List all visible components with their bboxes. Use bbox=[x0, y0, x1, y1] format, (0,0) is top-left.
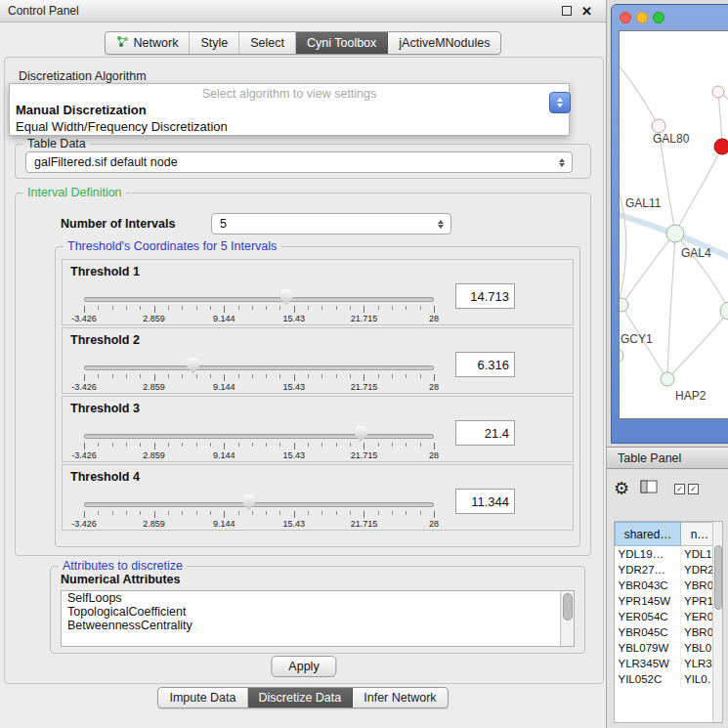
slider-tick-labels: -3.4262.8599.14415.4321.71528 bbox=[84, 382, 434, 392]
table-row[interactable]: YBR043CYBR0… bbox=[616, 578, 719, 593]
threshold-3-slider[interactable]: -3.4262.8599.14415.4321.71528 bbox=[84, 418, 434, 459]
network-node[interactable] bbox=[620, 298, 628, 312]
tab-network[interactable]: Network bbox=[106, 32, 191, 54]
tab-impute-data[interactable]: Impute Data bbox=[158, 688, 247, 707]
threshold-4-slider[interactable]: -3.4262.8599.14415.4321.71528 bbox=[84, 487, 434, 528]
threshold-2-slider[interactable]: -3.4262.8599.14415.4321.71528 bbox=[84, 350, 434, 391]
table-row[interactable]: YDR27…YDR2… bbox=[616, 562, 719, 578]
slider-thumb[interactable] bbox=[242, 494, 255, 510]
list-scrollbar[interactable] bbox=[560, 591, 574, 646]
table-cell[interactable]: YDR27… bbox=[616, 562, 681, 578]
network-canvas[interactable]: GAL80 GAL11 GAL4 GCY1 HAP2 bbox=[619, 30, 728, 419]
table-cell[interactable]: YBL079W bbox=[616, 640, 681, 656]
tab-cyni-toolbox[interactable]: Cyni Toolbox bbox=[296, 32, 388, 54]
table-cell[interactable]: YLR345W bbox=[616, 656, 681, 671]
window-traffic-lights bbox=[620, 12, 664, 23]
table-data-select[interactable]: galFiltered.sif default node bbox=[25, 151, 573, 173]
threshold-4-value-field[interactable]: 11.344 bbox=[455, 489, 515, 514]
top-tab-bar: Network Style Select Cyni Toolbox jActiv… bbox=[0, 31, 606, 55]
network-node[interactable] bbox=[620, 349, 623, 363]
table-row[interactable]: YBR045CYBR0… bbox=[616, 624, 719, 640]
control-panel-window: Control Panel ✕ Net bbox=[0, 0, 607, 728]
table-cell[interactable]: YPR145W bbox=[616, 593, 681, 609]
algorithm-placeholder-option[interactable]: Select algorithm to view settings bbox=[10, 84, 569, 101]
threshold-3-value-field[interactable]: 21.4 bbox=[455, 420, 515, 446]
algorithm-option-manual[interactable]: Manual Discretization bbox=[10, 101, 569, 118]
network-node[interactable] bbox=[652, 119, 665, 133]
column-selector-icon[interactable] bbox=[640, 480, 658, 497]
threshold-2-value-field[interactable]: 6.316 bbox=[455, 352, 515, 377]
slider-thumb[interactable] bbox=[187, 358, 199, 373]
attribute-list-item[interactable]: TopologicalCoefficient bbox=[62, 605, 574, 619]
control-panel-titlebar: Control Panel ✕ bbox=[0, 0, 606, 22]
slider-thumb[interactable] bbox=[280, 289, 293, 305]
algorithm-combo-stepper[interactable] bbox=[549, 92, 571, 113]
table-panel-body: ⚙ ✓ ✓ shared… n… YDL19…YDL bbox=[607, 470, 728, 728]
slider-track bbox=[84, 365, 434, 370]
threshold-label: Threshold 3 bbox=[70, 402, 140, 415]
threshold-1-slider[interactable]: -3.4262.8599.14415.4321.71528 bbox=[84, 281, 434, 322]
table-panel-header: Table Panel bbox=[607, 447, 728, 469]
algorithm-option-equal-width[interactable]: Equal Width/Frequency Discretization bbox=[10, 118, 569, 135]
table-cell[interactable]: YBR043C bbox=[616, 578, 681, 593]
slider-track bbox=[84, 297, 434, 302]
close-traffic-light-icon[interactable] bbox=[620, 12, 631, 23]
attribute-list-item[interactable]: BetweennessCentrality bbox=[62, 619, 574, 632]
table-cell[interactable]: YDL19… bbox=[616, 546, 681, 563]
tab-select[interactable]: Select bbox=[239, 32, 296, 54]
tab-discretize-data[interactable]: Discretize Data bbox=[248, 688, 354, 707]
minimize-traffic-light-icon[interactable] bbox=[636, 12, 648, 23]
network-node[interactable] bbox=[720, 302, 728, 320]
screen: Control Panel ✕ Net bbox=[0, 0, 728, 728]
attribute-list-item[interactable]: SelfLoops bbox=[62, 591, 574, 605]
numerical-attributes-list[interactable]: SelfLoopsTopologicalCoefficientBetweenne… bbox=[61, 590, 575, 647]
threshold-label: Threshold 2 bbox=[70, 333, 140, 347]
tab-jactivemodules[interactable]: jActiveMNodules bbox=[388, 32, 500, 54]
slider-tick-labels: -3.4262.8599.14415.4321.71528 bbox=[84, 314, 434, 323]
apply-button[interactable]: Apply bbox=[271, 656, 336, 677]
network-node[interactable] bbox=[661, 372, 674, 386]
table-row[interactable]: YPR145WYPR1… bbox=[616, 593, 719, 609]
table-scrollbar[interactable] bbox=[712, 522, 722, 722]
float-window-icon[interactable] bbox=[562, 6, 572, 16]
select-all-checkbox-icon[interactable]: ✓ bbox=[674, 484, 685, 494]
table-row[interactable]: YER054CYER0… bbox=[616, 609, 719, 624]
table-panel-title: Table Panel bbox=[618, 451, 681, 465]
slider-thumb[interactable] bbox=[355, 426, 367, 442]
tab-style[interactable]: Style bbox=[190, 32, 239, 54]
slider-ticks bbox=[84, 443, 434, 450]
table-scrollbar-thumb[interactable] bbox=[714, 545, 722, 610]
network-node-selected-red[interactable] bbox=[714, 139, 728, 154]
discretization-algorithm-label: Discretization Algorithm bbox=[19, 69, 147, 83]
threshold-1-value-field[interactable]: 14.713 bbox=[455, 283, 515, 309]
up-arrow-icon bbox=[557, 98, 563, 102]
combo-stepper-icon bbox=[554, 158, 572, 167]
table-row[interactable]: YBL079WYBL0… bbox=[616, 640, 719, 656]
table-header-row: shared… n… bbox=[616, 523, 719, 546]
network-edge bbox=[621, 234, 675, 305]
selection-checkbox-icons: ✓ ✓ bbox=[674, 484, 699, 494]
number-of-intervals-label: Number of Intervals bbox=[61, 217, 175, 231]
slider-ticks bbox=[84, 374, 434, 382]
settings-gear-icon[interactable]: ⚙ bbox=[614, 480, 629, 497]
close-icon[interactable]: ✕ bbox=[581, 5, 592, 18]
network-node[interactable] bbox=[666, 225, 684, 242]
zoom-traffic-light-icon[interactable] bbox=[653, 12, 664, 23]
table-toolbar: ⚙ ✓ ✓ bbox=[614, 480, 699, 497]
network-edge bbox=[675, 147, 722, 234]
table-cell[interactable]: YIL052C bbox=[616, 671, 681, 687]
table-row[interactable]: YDL19…YDL1… bbox=[616, 546, 719, 563]
network-view-window: GAL80 GAL11 GAL4 GCY1 HAP2 bbox=[611, 4, 728, 444]
network-node[interactable] bbox=[712, 86, 724, 98]
slider-ticks bbox=[84, 306, 434, 314]
table-cell[interactable]: YBR045C bbox=[616, 624, 681, 640]
table-cell[interactable]: YER054C bbox=[616, 609, 681, 624]
column-header-shared-name[interactable]: shared… bbox=[616, 523, 681, 546]
slider-track bbox=[84, 502, 434, 507]
table-row[interactable]: YIL052CYIL0… bbox=[616, 671, 719, 687]
tab-infer-network[interactable]: Infer Network bbox=[353, 688, 447, 707]
table-row[interactable]: YLR345WYLR3… bbox=[616, 656, 719, 671]
list-scrollbar-thumb[interactable] bbox=[563, 593, 573, 621]
number-of-intervals-select[interactable]: 5 bbox=[211, 213, 451, 235]
select-none-checkbox-icon[interactable]: ✓ bbox=[688, 484, 699, 494]
